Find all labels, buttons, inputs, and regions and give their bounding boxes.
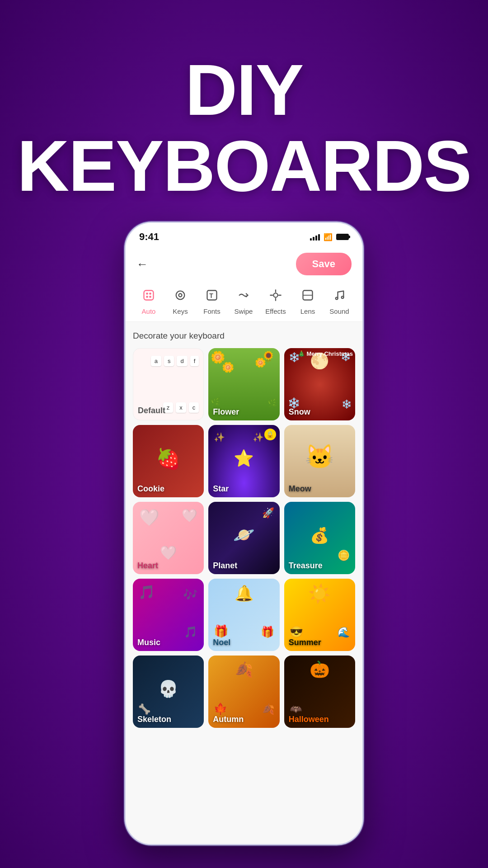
theme-card-meow[interactable]: 🐱 Meow — [284, 425, 355, 497]
content-area: Decorate your keyboard a s d f z x — [126, 322, 362, 845]
star-lock-badge: 🔒 — [264, 429, 276, 440]
theme-card-cookie[interactable]: 🍓 Cookie — [133, 425, 204, 497]
phone-frame: 9:41 📶 ← Save — [124, 222, 364, 845]
tab-lens[interactable]: Lens — [292, 287, 324, 321]
tab-effects-label: Effects — [265, 307, 286, 315]
section-title: Decorate your keyboard — [133, 331, 355, 341]
tab-keys-label: Keys — [173, 307, 188, 315]
svg-point-2 — [149, 292, 151, 295]
phone-mockup: 9:41 📶 ← Save — [124, 222, 364, 845]
svg-point-5 — [176, 291, 185, 300]
svg-point-1 — [146, 292, 148, 295]
theme-card-snow[interactable]: 🌕 ❄️ ❄️ ❄️ ❄️ 🎄 Merry Christmas Snow — [284, 348, 355, 420]
status-icons: 📶 — [310, 233, 349, 241]
hero-title: DIY KEYBOARDS — [0, 25, 488, 204]
svg-point-17 — [342, 296, 344, 298]
wifi-icon: 📶 — [324, 233, 333, 241]
theme-grid: a s d f z x c Default — [133, 348, 355, 728]
tab-lens-label: Lens — [300, 307, 315, 315]
svg-point-4 — [149, 296, 151, 298]
theme-card-music[interactable]: 🎵 🎶 🎵 Music — [133, 579, 204, 651]
save-button[interactable]: Save — [296, 253, 352, 275]
svg-point-16 — [336, 297, 338, 300]
effects-icon — [269, 289, 282, 305]
tab-swipe[interactable]: Swipe — [228, 287, 259, 321]
fonts-icon: T — [206, 289, 218, 305]
keys-icon — [174, 289, 187, 305]
signal-bars-icon — [310, 233, 320, 241]
svg-text:T: T — [209, 292, 213, 299]
theme-card-heart[interactable]: 🤍 🤍 🤍 Heart — [133, 502, 204, 574]
lens-icon — [301, 289, 314, 305]
theme-card-star[interactable]: 🔒 ⭐ ✨ ✨ Star — [208, 425, 279, 497]
tab-effects[interactable]: Effects — [259, 287, 292, 321]
theme-card-halloween[interactable]: 🎃 🦇 Halloween — [284, 656, 355, 728]
tab-sound[interactable]: Sound — [324, 287, 355, 321]
theme-card-treasure[interactable]: 💰 🪙 Treasure — [284, 502, 355, 574]
sound-icon — [333, 289, 346, 305]
status-time: 9:41 — [139, 231, 159, 243]
battery-icon — [336, 234, 349, 240]
status-bar: 9:41 📶 — [126, 223, 362, 246]
theme-card-planet[interactable]: 🪐 🚀 Planet — [208, 502, 279, 574]
svg-point-6 — [179, 294, 182, 297]
svg-point-9 — [273, 293, 277, 297]
auto-icon — [142, 289, 155, 305]
tab-auto-label: Auto — [142, 307, 156, 315]
top-bar: ← Save — [126, 246, 362, 282]
theme-card-default[interactable]: a s d f z x c Default — [133, 348, 204, 420]
theme-card-summer[interactable]: ☀️ 😎 🌊 Summer — [284, 579, 355, 651]
tab-keys[interactable]: Keys — [164, 287, 196, 321]
tab-fonts[interactable]: T Fonts — [196, 287, 228, 321]
tab-navigation: Auto Keys T Fonts — [126, 282, 362, 322]
swipe-icon — [237, 289, 250, 305]
theme-card-autumn[interactable]: 🍂 🍁 🍂 Autumn — [208, 656, 279, 728]
theme-card-noel[interactable]: 🔔 🎁 🎁 Noel — [208, 579, 279, 651]
back-button[interactable]: ← — [136, 257, 148, 271]
hero-section: DIY KEYBOARDS — [0, 0, 488, 204]
svg-rect-0 — [144, 291, 154, 300]
theme-card-flower[interactable]: 🌼 🌻 🌼 🌼 🌿 🌿 Flower — [208, 348, 279, 420]
tab-auto[interactable]: Auto — [133, 287, 164, 321]
tab-swipe-label: Swipe — [235, 307, 253, 315]
svg-point-3 — [146, 296, 148, 298]
tab-sound-label: Sound — [329, 307, 349, 315]
theme-card-skeleton[interactable]: 💀 🦴 Skeleton — [133, 656, 204, 728]
tab-fonts-label: Fonts — [203, 307, 221, 315]
